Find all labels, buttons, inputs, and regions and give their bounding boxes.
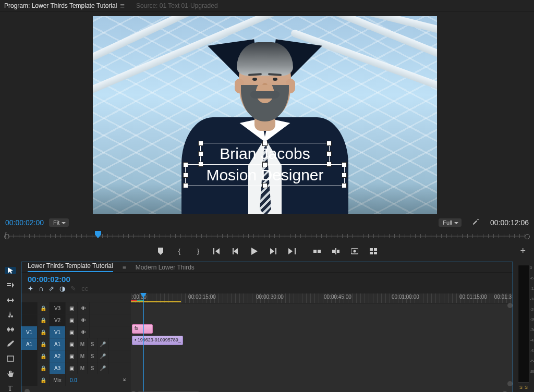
- graphics-clip[interactable]: fx: [132, 324, 153, 334]
- voiceover-icon[interactable]: 🎤: [98, 338, 108, 350]
- go-to-out-button[interactable]: [287, 247, 297, 256]
- type-tool[interactable]: T: [5, 385, 16, 392]
- export-frame-button[interactable]: [350, 247, 359, 256]
- settings-wrench-icon[interactable]: ✎: [70, 285, 76, 292]
- resize-handle[interactable]: [262, 162, 268, 167]
- resize-handle[interactable]: [183, 173, 188, 178]
- sync-lock-icon[interactable]: ▣: [66, 326, 78, 338]
- source-v1[interactable]: V1: [21, 326, 38, 338]
- slip-tool[interactable]: [5, 326, 16, 333]
- time-ruler[interactable]: :00:00 00:00:15:00 00:00:30:00 00:00:45:…: [131, 293, 513, 303]
- hand-tool[interactable]: [5, 370, 16, 377]
- solo-button[interactable]: S: [88, 362, 98, 374]
- resize-handle[interactable]: [342, 183, 347, 188]
- program-timebar[interactable]: {: [5, 231, 529, 240]
- track-select-tool[interactable]: [5, 281, 16, 289]
- sync-lock-icon[interactable]: ▣: [66, 302, 78, 314]
- track-a2[interactable]: A2: [50, 350, 66, 362]
- source-tab-label[interactable]: Source: 01 Text 01-Upgraded: [136, 2, 218, 9]
- add-marker-button[interactable]: [156, 247, 165, 256]
- lock-icon[interactable]: 🔒: [38, 338, 50, 350]
- mute-button[interactable]: M: [78, 350, 88, 362]
- zoom-handle[interactable]: [4, 234, 9, 239]
- lift-button[interactable]: [312, 247, 322, 256]
- track-v3[interactable]: V3: [50, 302, 66, 314]
- toggle-output-icon[interactable]: 👁: [78, 302, 90, 314]
- ripple-edit-tool[interactable]: [5, 296, 16, 303]
- panel-menu-icon[interactable]: ≡: [123, 264, 126, 271]
- extract-button[interactable]: [331, 247, 341, 256]
- resize-handle[interactable]: [342, 173, 347, 178]
- sync-lock-icon[interactable]: ▣: [66, 314, 78, 326]
- mix-track[interactable]: Mix: [50, 374, 66, 386]
- resize-handle[interactable]: [342, 162, 347, 167]
- step-forward-button[interactable]: [269, 247, 278, 256]
- button-editor-icon[interactable]: +: [520, 246, 526, 256]
- zoom-handle[interactable]: [525, 234, 530, 239]
- linked-selection-icon[interactable]: ⇗: [48, 285, 54, 292]
- sync-lock-icon[interactable]: ▣: [66, 362, 78, 374]
- lock-icon[interactable]: 🔒: [38, 302, 50, 314]
- lock-icon[interactable]: 🔒: [38, 314, 50, 326]
- lock-icon[interactable]: 🔒: [38, 362, 50, 374]
- play-button[interactable]: [250, 247, 259, 256]
- lock-icon[interactable]: 🔒: [38, 350, 50, 362]
- resize-handle[interactable]: [183, 162, 188, 167]
- marker-settings-icon[interactable]: ◑: [59, 285, 65, 292]
- comparison-view-button[interactable]: [369, 247, 378, 256]
- resize-handle[interactable]: [198, 141, 203, 146]
- resize-handle[interactable]: [262, 141, 268, 146]
- cc-icon[interactable]: cc: [81, 285, 88, 292]
- playhead[interactable]: [143, 293, 144, 392]
- track-v1[interactable]: V1: [50, 326, 66, 338]
- toggle-output-icon[interactable]: 👁: [78, 314, 90, 326]
- step-back-button[interactable]: [231, 247, 240, 256]
- solo-right[interactable]: S: [525, 385, 528, 390]
- mark-out-button[interactable]: }: [193, 247, 203, 256]
- resize-handle[interactable]: [183, 183, 188, 188]
- resize-handle[interactable]: [262, 183, 268, 188]
- mix-value[interactable]: 0.0: [70, 377, 77, 383]
- work-area-bar[interactable]: [131, 301, 181, 302]
- resize-handle[interactable]: [326, 141, 332, 146]
- sync-lock-icon[interactable]: ▣: [66, 338, 78, 350]
- mix-expand-icon[interactable]: ⪤: [122, 377, 127, 383]
- solo-button[interactable]: S: [88, 350, 98, 362]
- lower-third-line1[interactable]: Brian Jacobs: [200, 143, 330, 165]
- voiceover-icon[interactable]: 🎤: [98, 350, 108, 362]
- sequence-tab-active[interactable]: Lower Thirds Template Tutorial: [28, 262, 113, 272]
- zoom-handle[interactable]: [25, 389, 30, 392]
- selection-tool[interactable]: [5, 267, 16, 274]
- track-v2[interactable]: V2: [50, 314, 66, 326]
- insert-sequence-icon[interactable]: ✦: [28, 285, 33, 292]
- mark-in-button[interactable]: {: [175, 247, 184, 256]
- razor-tool[interactable]: [5, 311, 16, 318]
- lock-icon[interactable]: 🔒: [38, 374, 50, 386]
- resize-handle[interactable]: [198, 151, 203, 156]
- rectangle-tool[interactable]: [5, 355, 16, 362]
- go-to-in-button[interactable]: [212, 247, 222, 256]
- zoom-dropdown[interactable]: Fit: [49, 218, 69, 227]
- voiceover-icon[interactable]: 🎤: [98, 362, 108, 374]
- resolution-dropdown[interactable]: Full: [439, 218, 462, 227]
- current-timecode[interactable]: 00:00:02:00: [5, 218, 44, 227]
- solo-button[interactable]: S: [88, 338, 98, 350]
- program-monitor[interactable]: Brian Jacobs Mosion Designer: [93, 16, 437, 214]
- program-tab-label[interactable]: Program: Lower Thirds Template Tutorial: [4, 2, 117, 9]
- sync-lock-icon[interactable]: ▣: [66, 350, 78, 362]
- toggle-output-icon[interactable]: 👁: [78, 326, 90, 338]
- panel-menu-icon[interactable]: ≡: [120, 3, 125, 8]
- pen-tool[interactable]: [5, 340, 16, 348]
- lower-third-line2[interactable]: Mosion Designer: [185, 164, 345, 186]
- timeline-timecode[interactable]: 00:00:02:00: [28, 275, 70, 284]
- source-a1[interactable]: A1: [21, 338, 38, 350]
- track-a1[interactable]: A1: [50, 338, 66, 350]
- settings-icon[interactable]: [473, 218, 481, 227]
- solo-left[interactable]: S: [519, 385, 523, 390]
- track-a3[interactable]: A3: [50, 362, 66, 374]
- video-clip[interactable]: ▪ 199623-910995789_: [132, 336, 183, 345]
- resize-handle[interactable]: [326, 151, 332, 156]
- playhead-marker[interactable]: [95, 231, 101, 238]
- lock-icon[interactable]: 🔒: [38, 326, 50, 338]
- mute-button[interactable]: M: [78, 338, 88, 350]
